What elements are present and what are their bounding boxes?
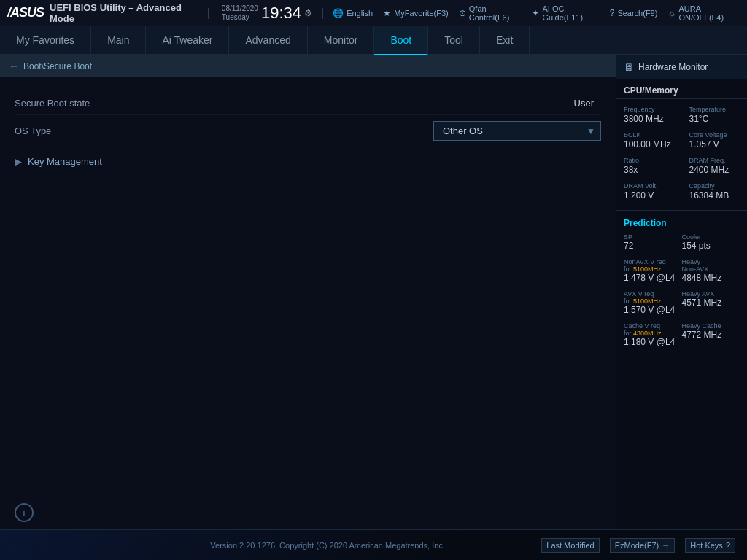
tab-tool[interactable]: Tool (428, 26, 480, 54)
metric-label-ratio: Ratio (624, 157, 675, 164)
pred-heavy-avx: Heavy AVX 4571 MHz (682, 290, 740, 315)
pred-value-heavy-cache: 4772 MHz (682, 330, 740, 340)
prediction-title: Prediction (616, 214, 747, 231)
search-icon: ? (610, 8, 615, 18)
pred-label-cooler: Cooler (682, 233, 740, 241)
prediction-nonavx-row: NonAVX V req for 5100MHz 1.478 V @L4 Hea… (616, 256, 747, 285)
last-modified-label: Last Modified (546, 541, 594, 550)
tab-my-favorites[interactable]: My Favorites (0, 26, 91, 54)
pred-value-cache: 1.180 V @L4 (624, 337, 682, 347)
footer-content: Version 2.20.1276. Copyright (C) 2020 Am… (0, 538, 747, 553)
header-day: Tuesday (222, 13, 258, 22)
footer-version: Version 2.20.1276. Copyright (C) 2020 Am… (114, 541, 541, 550)
action-ai-oc[interactable]: ✦ AI OC Guide(F11) (532, 4, 599, 22)
panel-header: 🖥 Hardware Monitor (616, 55, 747, 79)
tab-main[interactable]: Main (91, 26, 146, 54)
metric-label-capacity: Capacity (689, 182, 740, 190)
subsection-label: Key Management (28, 156, 102, 167)
pred-label-heavy-cache: Heavy Cache (682, 322, 740, 330)
setting-value-secureboot: User (419, 98, 601, 109)
pred-label-avx-for: for 5100MHz (624, 298, 682, 305)
pred-label-avx: AVX V req (624, 290, 682, 298)
pred-value-heavy-nonavx: 4848 MHz (682, 273, 740, 283)
pred-cache: Cache V req for 4300MHz 1.180 V @L4 (624, 322, 682, 347)
metric-dram-volt: DRAM Volt. 1.200 V (616, 179, 682, 204)
hot-keys-label: Hot Keys (690, 541, 723, 550)
pred-heavy-nonavx: Heavy Non-AVX 4848 MHz (682, 258, 740, 283)
pred-value-heavy-avx: 4571 MHz (682, 298, 740, 308)
setting-row-ostype: OS Type Other OS Windows UEFI Mode ▼ (15, 115, 601, 147)
header-actions: 🌐 English ★ MyFavorite(F3) ⊙ Qfan Contro… (333, 4, 740, 22)
myfavorite-icon: ★ (383, 8, 391, 18)
pred-heavy-cache: Heavy Cache 4772 MHz (682, 322, 740, 347)
info-button[interactable]: i (15, 503, 34, 522)
content-area: ← Boot\Secure Boot Secure Boot state Use… (0, 55, 616, 529)
last-modified-button[interactable]: Last Modified (541, 538, 599, 553)
metric-label-dram-volt: DRAM Volt. (624, 182, 675, 190)
pred-cooler: Cooler 154 pts (682, 233, 740, 251)
metric-value-capacity: 16384 MB (689, 190, 740, 201)
header-logo: /ASUS UEFI BIOS Utility – Advanced Mode (7, 2, 198, 24)
action-ai-oc-label: AI OC Guide(F11) (542, 4, 599, 22)
pred-value-avx: 1.570 V @L4 (624, 305, 682, 315)
pred-label-nonavx-for: for 5100MHz (624, 265, 682, 273)
panel-divider (616, 210, 747, 211)
action-myfavorite[interactable]: ★ MyFavorite(F3) (383, 8, 449, 18)
tab-monitor[interactable]: Monitor (308, 26, 375, 54)
metric-core-voltage: Core Voltage 1.057 V (682, 128, 748, 153)
breadcrumb-path: Boot\Secure Boot (23, 61, 92, 71)
pred-avx: AVX V req for 5100MHz 1.570 V @L4 (624, 290, 682, 315)
cpu-memory-title: CPU/Memory (616, 79, 747, 99)
pred-label-heavy-nonavx2: Non-AVX (682, 265, 740, 273)
metric-value-dram-freq: 2400 MHz (689, 165, 740, 175)
footer-right: Last Modified EzMode(F7) → Hot Keys ? (541, 538, 735, 553)
action-search-label: Search(F9) (617, 9, 657, 18)
action-qfan[interactable]: ⊙ Qfan Control(F6) (459, 4, 522, 22)
hot-keys-button[interactable]: Hot Keys ? (685, 538, 735, 553)
metric-grid: Frequency 3800 MHz Temperature 31°C BCLK… (616, 99, 747, 207)
metric-frequency: Frequency 3800 MHz (616, 102, 682, 128)
header-time-area: 08/11/2020 Tuesday 19:34 ⚙ (222, 4, 312, 23)
metric-label-dram-freq: DRAM Freq. (689, 157, 740, 164)
action-myfavorite-label: MyFavorite(F3) (394, 9, 449, 18)
action-language[interactable]: 🌐 English (333, 8, 373, 18)
tab-boot[interactable]: Boot (374, 26, 428, 55)
metric-value-ratio: 38x (624, 165, 675, 175)
subsection-key-management[interactable]: ▶ Key Management (15, 147, 601, 171)
monitor-icon: 🖥 (624, 61, 634, 73)
header-date: 08/11/2020 (222, 4, 258, 13)
pred-sp: SP 72 (624, 233, 682, 251)
pred-value-sp: 72 (624, 241, 682, 251)
tab-ai-tweaker[interactable]: Ai Tweaker (146, 26, 229, 54)
metric-temperature: Temperature 31°C (682, 102, 748, 128)
header-time: 19:34 (261, 4, 301, 23)
qfan-icon: ⊙ (459, 8, 466, 18)
tab-advanced[interactable]: Advanced (229, 26, 307, 54)
settings-icon[interactable]: ⚙ (304, 8, 312, 18)
os-type-dropdown[interactable]: Other OS Windows UEFI Mode ▼ (433, 121, 601, 141)
metric-dram-freq: DRAM Freq. 2400 MHz (682, 153, 748, 179)
ez-mode-button[interactable]: EzMode(F7) → (610, 538, 676, 553)
language-icon: 🌐 (333, 8, 344, 18)
separator: | (207, 7, 210, 20)
pred-label-heavy-nonavx: Heavy (682, 258, 740, 265)
aura-icon: ☼ (667, 8, 676, 18)
os-type-select[interactable]: Other OS Windows UEFI Mode (433, 121, 601, 141)
pred-value-cooler: 154 pts (682, 241, 740, 251)
metric-value-temperature: 31°C (689, 114, 740, 124)
info-icon-area: i (15, 503, 34, 522)
metric-value-frequency: 3800 MHz (624, 114, 675, 124)
metric-value-dram-volt: 1.200 V (624, 190, 675, 201)
footer: Version 2.20.1276. Copyright (C) 2020 Am… (0, 529, 747, 560)
back-arrow-icon[interactable]: ← (9, 61, 19, 72)
action-search[interactable]: ? Search(F9) (610, 8, 658, 18)
right-panel: 🖥 Hardware Monitor CPU/Memory Frequency … (616, 55, 747, 529)
action-qfan-label: Qfan Control(F6) (469, 4, 522, 22)
tab-exit[interactable]: Exit (480, 26, 530, 54)
prediction-sp-cooler: SP 72 Cooler 154 pts (616, 231, 747, 253)
pred-value-nonavx: 1.478 V @L4 (624, 273, 682, 283)
header: /ASUS UEFI BIOS Utility – Advanced Mode … (0, 0, 747, 26)
action-aura[interactable]: ☼ AURA ON/OFF(F4) (667, 4, 740, 22)
pred-label-sp: SP (624, 233, 682, 241)
ez-mode-label: EzMode(F7) (615, 541, 659, 550)
